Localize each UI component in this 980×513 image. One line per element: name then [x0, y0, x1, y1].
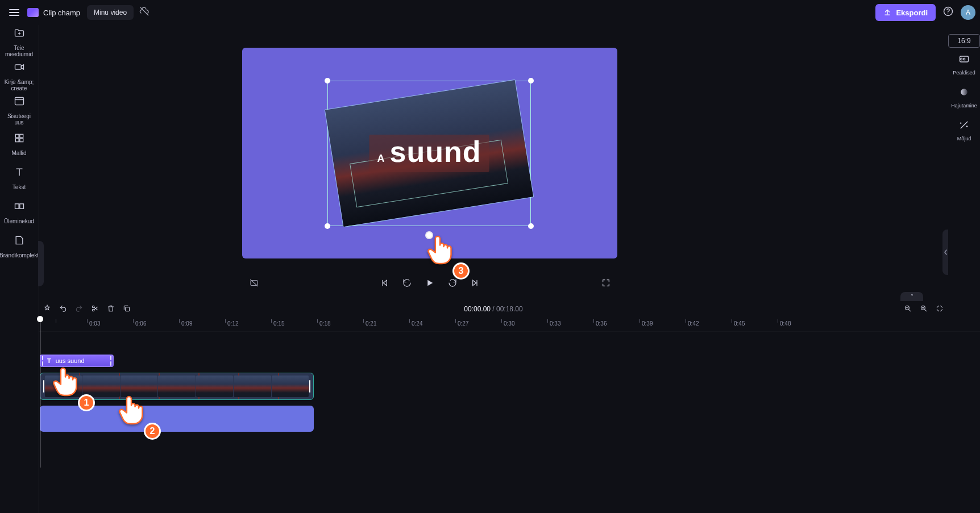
resize-handle-tl[interactable]: [325, 78, 330, 84]
duplicate-button[interactable]: [123, 305, 131, 314]
svg-line-0: [140, 7, 148, 15]
sidebar-item-brand[interactable]: Brändikomplekt: [0, 230, 38, 264]
timeline[interactable]: 0:030:060:090:120:150:180:210:240:270:30…: [39, 319, 980, 513]
brand-name: Clip champ: [43, 9, 80, 17]
sidebar-item-record[interactable]: Kirje &amp;create: [0, 59, 38, 93]
export-label: Ekspordi: [896, 9, 928, 17]
sidebar-item-label: Mallid: [11, 150, 26, 156]
sidebar-item-label: Tekst: [13, 184, 26, 190]
grid-icon: [14, 132, 25, 147]
clip-grip-right[interactable]: [308, 373, 312, 399]
right-item-label: Hajutamine: [951, 103, 977, 109]
sidebar-item-templates[interactable]: Mallid: [0, 127, 38, 161]
sidebar-item-media[interactable]: Teie meediumid: [0, 25, 38, 59]
timeline-ruler[interactable]: 0:030:060:090:120:150:180:210:240:270:30…: [39, 319, 980, 332]
brand-icon: [14, 235, 25, 249]
cloud-off-icon[interactable]: [139, 6, 150, 19]
skip-start-button[interactable]: [380, 278, 389, 290]
help-button[interactable]: [942, 6, 954, 19]
right-item-label: Pealdised: [953, 70, 975, 76]
resize-handle-tr[interactable]: [528, 78, 534, 84]
playhead[interactable]: [40, 317, 40, 468]
rewind-5-button[interactable]: [402, 278, 412, 290]
text-overlay[interactable]: A suund: [369, 135, 489, 172]
clip-grip-left[interactable]: [40, 356, 45, 366]
zoom-out-button[interactable]: [904, 305, 912, 314]
time-display: 00:00.00 / 00:18.00: [464, 305, 522, 313]
topbar: Clip champ Minu video Ekspordi A: [0, 0, 980, 25]
sidebar-item-text[interactable]: Tekst: [0, 161, 38, 195]
selection-box[interactable]: A suund: [327, 81, 531, 226]
video-clip[interactable]: [40, 373, 314, 400]
left-collapse-handle[interactable]: [38, 241, 44, 286]
svg-rect-17: [126, 307, 130, 311]
svg-rect-10: [19, 204, 23, 208]
fade-button[interactable]: Hajutamine: [948, 86, 980, 119]
magic-icon: [958, 119, 970, 134]
brand: Clip champ: [27, 8, 80, 17]
text-big: suund: [390, 135, 481, 169]
effects-button[interactable]: Mõjud: [948, 119, 980, 152]
rotate-handle[interactable]: [425, 231, 433, 239]
undo-button[interactable]: [59, 305, 67, 314]
right-item-label: Mõjud: [957, 136, 971, 141]
svg-point-2: [948, 13, 949, 14]
avatar-initial: A: [966, 9, 970, 16]
split-button[interactable]: [91, 305, 99, 314]
library-icon: [14, 95, 25, 110]
folder-plus-icon: [14, 27, 25, 41]
svg-point-12: [961, 89, 967, 95]
safe-zones-button[interactable]: [249, 278, 259, 290]
sidebar-item-label: Kirje &amp;create: [5, 79, 34, 91]
right-sidebar: 16:9 Pealdised Hajutamine Mõjud: [948, 25, 980, 264]
cc-icon: [958, 53, 970, 68]
text-icon: T: [45, 357, 53, 364]
text-icon: [14, 166, 25, 181]
aspect-ratio-label: 16:9: [957, 37, 970, 45]
current-time: 00:00.00: [464, 305, 491, 313]
skip-end-button[interactable]: [470, 278, 479, 290]
sidebar-item-label: Brändikomplekt: [0, 252, 39, 258]
project-title[interactable]: Minu video: [87, 5, 134, 20]
svg-rect-7: [15, 139, 19, 142]
zoom-in-button[interactable]: [920, 305, 928, 314]
delete-button[interactable]: [107, 305, 115, 314]
text-clip-label: uus suund: [53, 357, 85, 364]
text-clip[interactable]: T uus suund: [40, 354, 114, 367]
fullscreen-button[interactable]: [601, 278, 611, 290]
left-sidebar: Teie meediumid Kirje &amp;create Sisutee…: [0, 25, 39, 513]
avatar[interactable]: A: [961, 5, 975, 20]
timeline-tracks: T uus suund: [39, 332, 980, 443]
background-clip[interactable]: [40, 406, 314, 432]
svg-rect-3: [15, 64, 21, 69]
resize-handle-br[interactable]: [528, 223, 534, 229]
clip-grip-right[interactable]: [109, 356, 113, 366]
upload-icon: [883, 8, 891, 18]
sidebar-item-transitions[interactable]: Üleminekud: [0, 195, 38, 230]
video-thumbnails: [45, 376, 309, 397]
sidebar-item-label: Üleminekud: [4, 218, 34, 224]
resize-handle-bl[interactable]: [325, 223, 330, 229]
right-collapse-handle[interactable]: [942, 230, 948, 275]
text-small: A: [377, 153, 385, 165]
sidebar-item-library[interactable]: Sisuteegiuus: [0, 93, 38, 127]
forward-5-button[interactable]: [447, 278, 458, 290]
svg-rect-4: [15, 97, 23, 105]
menu-button[interactable]: [5, 6, 24, 19]
timeline-toolbar: 00:00.00 / 00:18.00: [39, 299, 948, 319]
zoom-fit-button[interactable]: [936, 305, 944, 314]
brand-logo-icon: [27, 8, 39, 17]
captions-button[interactable]: Pealdised: [948, 53, 980, 86]
export-button[interactable]: Ekspordi: [875, 4, 936, 21]
play-button[interactable]: [425, 278, 435, 291]
preview-controls: [242, 272, 617, 297]
svg-rect-8: [19, 139, 23, 142]
auto-button[interactable]: [43, 305, 51, 314]
preview-canvas[interactable]: A suund: [242, 48, 617, 258]
svg-rect-11: [960, 56, 969, 62]
sidebar-item-label: Sisuteegiuus: [7, 113, 31, 126]
duration: 00:18.00: [496, 305, 523, 313]
aspect-ratio-chip[interactable]: 16:9: [948, 34, 980, 48]
fade-icon: [958, 86, 970, 101]
redo-button[interactable]: [75, 305, 83, 314]
